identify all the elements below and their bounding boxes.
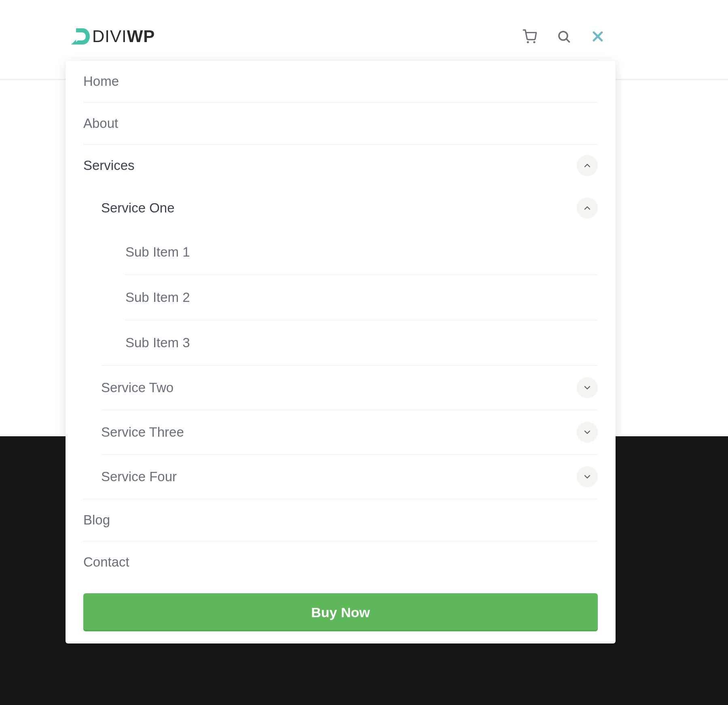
cta-row: Buy Now	[66, 583, 616, 631]
svg-line-3	[566, 39, 569, 42]
menu-label-service-two: Service Two	[101, 380, 174, 395]
menu-label-service-one: Service One	[101, 200, 175, 216]
menu-item-service-two[interactable]: Service Two	[101, 366, 598, 410]
close-icon[interactable]	[590, 28, 606, 45]
svg-point-0	[527, 41, 529, 43]
chevron-down-icon[interactable]	[577, 422, 598, 443]
menu-label-home: Home	[83, 74, 119, 89]
menu-label-services: Services	[83, 158, 135, 173]
menu-label-blog: Blog	[83, 512, 110, 528]
menu-label-service-three: Service Three	[101, 425, 184, 440]
menu-item-about[interactable]: About	[83, 103, 598, 145]
menu-list: Home About Services	[66, 61, 616, 583]
brand-logo[interactable]: DIVIWP	[69, 25, 155, 48]
mobile-menu-panel: Home About Services	[66, 61, 616, 643]
menu-label-contact: Contact	[83, 554, 129, 570]
menu-label-service-four: Service Four	[101, 469, 177, 484]
menu-label-sub-2: Sub Item 2	[125, 290, 190, 305]
menu-item-contact[interactable]: Contact	[83, 541, 598, 583]
menu-item-sub-3[interactable]: Sub Item 3	[125, 321, 598, 365]
menu-item-service-one[interactable]: Service One Sub Item 1 Sub Ite	[101, 186, 598, 366]
site-header: DIVIWP	[66, 16, 616, 57]
menu-item-service-four[interactable]: Service Four	[101, 455, 598, 499]
submenu-services: Service One Sub Item 1 Sub Ite	[83, 186, 598, 499]
header-actions	[522, 28, 612, 45]
chevron-up-icon[interactable]	[577, 155, 598, 176]
menu-item-sub-2[interactable]: Sub Item 2	[125, 275, 598, 321]
menu-label-sub-3: Sub Item 3	[125, 335, 190, 350]
menu-item-blog[interactable]: Blog	[83, 499, 598, 541]
cart-icon[interactable]	[522, 28, 538, 45]
svg-point-1	[533, 41, 535, 43]
menu-item-home[interactable]: Home	[83, 61, 598, 103]
brand-mark-icon	[69, 25, 91, 48]
menu-label-sub-1: Sub Item 1	[125, 244, 190, 260]
menu-item-service-three[interactable]: Service Three	[101, 410, 598, 455]
submenu-service-one: Sub Item 1 Sub Item 2 Sub Item 3	[101, 230, 598, 365]
brand-text-part2: WP	[127, 27, 155, 46]
chevron-down-icon[interactable]	[577, 466, 598, 487]
search-icon[interactable]	[556, 28, 572, 45]
brand-text: DIVIWP	[92, 27, 155, 46]
chevron-down-icon[interactable]	[577, 377, 598, 398]
buy-now-button[interactable]: Buy Now	[83, 593, 598, 631]
page-container: DIVIWP	[66, 16, 616, 643]
menu-item-sub-1[interactable]: Sub Item 1	[125, 230, 598, 275]
menu-item-services[interactable]: Services Service One	[83, 145, 598, 499]
brand-text-part1: DIVI	[92, 27, 127, 46]
chevron-up-icon[interactable]	[577, 197, 598, 219]
app-stage: DIVIWP	[0, 0, 728, 705]
menu-label-about: About	[83, 116, 118, 131]
